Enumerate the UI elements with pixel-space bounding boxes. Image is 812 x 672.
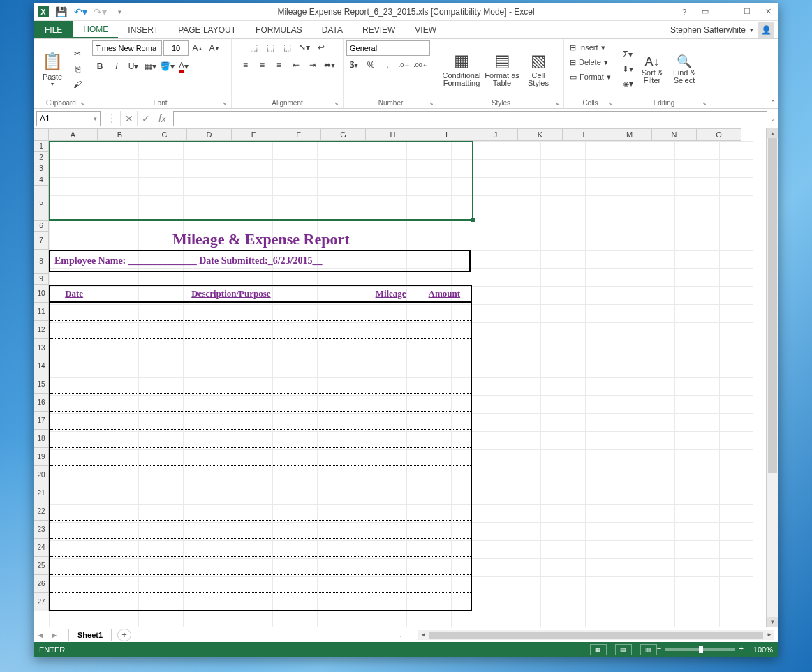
align-bottom-icon[interactable]: ⬚	[280, 40, 295, 54]
row-header[interactable]: 22	[34, 502, 49, 521]
italic-button[interactable]: I	[109, 59, 124, 73]
page-layout-tab[interactable]: PAGE LAYOUT	[168, 21, 246, 38]
col-header[interactable]: N	[652, 128, 697, 141]
zoom-thumb[interactable]	[699, 646, 703, 653]
page-break-view-icon[interactable]: ▥	[640, 644, 657, 655]
row-header[interactable]: 1	[34, 141, 49, 152]
row-header[interactable]: 4	[34, 174, 49, 186]
font-color-icon[interactable]: A▾	[176, 59, 191, 73]
accounting-format-icon[interactable]: $▾	[346, 58, 362, 72]
shrink-font-icon[interactable]: A▼	[207, 41, 222, 55]
col-header[interactable]: I	[420, 128, 473, 141]
font-name-input[interactable]	[92, 40, 162, 56]
col-header[interactable]: J	[473, 128, 518, 141]
font-size-input[interactable]	[163, 40, 189, 56]
insert-function-icon[interactable]: fx	[154, 111, 170, 126]
delete-cells-button[interactable]: ⊟Delete▾	[567, 55, 611, 69]
row-header[interactable]: 18	[34, 430, 49, 448]
col-header[interactable]: C	[142, 128, 187, 141]
select-all-corner[interactable]	[34, 128, 49, 141]
cell-styles-button[interactable]: ▧ Cell Styles	[522, 45, 554, 93]
home-tab[interactable]: HOME	[73, 21, 118, 38]
row-header[interactable]: 2	[34, 152, 49, 163]
col-header[interactable]: M	[607, 128, 652, 141]
horizontal-scrollbar[interactable]	[418, 630, 774, 640]
qat-customize-icon[interactable]: ▾	[112, 4, 127, 20]
row-header[interactable]: 12	[34, 321, 49, 339]
row-header[interactable]: 16	[34, 394, 49, 412]
row-header[interactable]: 26	[34, 575, 49, 593]
find-select-button[interactable]: 🔍 Find & Select	[669, 54, 700, 84]
vscroll-thumb[interactable]	[768, 138, 777, 473]
row-header[interactable]: 7	[34, 232, 49, 250]
conditional-formatting-button[interactable]: ▦ Conditional Formatting	[441, 45, 482, 93]
formula-input[interactable]	[173, 111, 767, 126]
orientation-icon[interactable]: ⤡▾	[297, 40, 312, 54]
format-painter-icon[interactable]: 🖌	[70, 77, 85, 91]
row-header[interactable]: 9	[34, 274, 49, 285]
col-header[interactable]: O	[697, 128, 741, 141]
sort-filter-button[interactable]: A↓ Sort & Filter	[637, 54, 667, 84]
col-header[interactable]: H	[366, 128, 420, 141]
sheet-nav-next-icon[interactable]: ►	[47, 631, 61, 639]
close-button[interactable]: ✕	[758, 3, 778, 20]
file-tab[interactable]: FILE	[34, 21, 73, 38]
row-header[interactable]: 21	[34, 484, 49, 502]
borders-icon[interactable]: ▦▾	[142, 59, 158, 73]
col-header[interactable]: L	[563, 128, 607, 141]
col-header[interactable]: F	[276, 128, 321, 141]
increase-decimal-icon[interactable]: .0→	[397, 58, 412, 72]
align-middle-icon[interactable]: ⬚	[263, 40, 279, 54]
clear-icon[interactable]: ◈▾	[620, 77, 635, 91]
row-header[interactable]: 23	[34, 521, 49, 539]
align-right-icon[interactable]: ≡	[272, 58, 287, 72]
add-sheet-button[interactable]: +	[117, 629, 131, 641]
decrease-decimal-icon[interactable]: .00←	[413, 58, 429, 72]
collapse-ribbon-icon[interactable]: ⌃	[770, 99, 776, 107]
insert-tab[interactable]: INSERT	[118, 21, 168, 38]
paste-button[interactable]: 📋 Paste ▾	[36, 45, 68, 93]
help-icon[interactable]: ?	[674, 3, 695, 20]
row-header[interactable]: 6	[34, 221, 49, 232]
review-tab[interactable]: REVIEW	[353, 21, 405, 38]
increase-indent-icon[interactable]: ⇥	[305, 58, 320, 72]
cells-area[interactable]: Mileage & Expense Report Employee Name: …	[49, 141, 753, 627]
row-header[interactable]: 24	[34, 539, 49, 557]
expand-formula-bar-icon[interactable]: ⌄	[770, 115, 776, 122]
normal-view-icon[interactable]: ▦	[590, 644, 607, 655]
cancel-formula-icon[interactable]: ✕	[120, 111, 137, 126]
row-header[interactable]: 25	[34, 557, 49, 575]
fill-icon[interactable]: ⬇▾	[620, 62, 635, 76]
col-header[interactable]: A	[49, 128, 98, 141]
zoom-level[interactable]: 100%	[753, 645, 773, 654]
col-header[interactable]: G	[321, 128, 366, 141]
hscroll-thumb[interactable]	[429, 632, 763, 639]
insert-cells-button[interactable]: ⊞Insert▾	[567, 40, 608, 54]
user-name[interactable]: Stephen Satterwhite	[670, 25, 746, 35]
save-icon[interactable]: 💾	[53, 4, 68, 20]
zoom-slider[interactable]	[665, 648, 735, 651]
user-avatar-icon[interactable]: 👤	[758, 22, 774, 38]
name-box[interactable]: A1▾	[36, 111, 101, 126]
row-header[interactable]: 8	[34, 250, 49, 274]
row-header[interactable]: 10	[34, 285, 49, 303]
bold-button[interactable]: B	[92, 59, 108, 73]
col-header[interactable]: D	[187, 128, 232, 141]
scroll-up-icon[interactable]: ▲	[767, 128, 778, 138]
wrap-text-icon[interactable]: ↩	[313, 40, 329, 54]
vertical-scrollbar[interactable]: ▲ ▼	[766, 128, 778, 627]
enter-formula-icon[interactable]: ✓	[137, 111, 154, 126]
align-left-icon[interactable]: ≡	[238, 58, 253, 72]
align-center-icon[interactable]: ≡	[255, 58, 270, 72]
view-tab[interactable]: VIEW	[405, 21, 446, 38]
format-cells-button[interactable]: ▭Format▾	[567, 70, 614, 84]
format-as-table-button[interactable]: ▤ Format as Table	[483, 45, 521, 93]
row-header[interactable]: 14	[34, 357, 49, 375]
sheet-nav-prev-icon[interactable]: ◄	[34, 631, 47, 639]
grow-font-icon[interactable]: A▲	[190, 41, 205, 55]
row-header[interactable]: 27	[34, 593, 49, 611]
cut-icon[interactable]: ✂	[70, 47, 85, 61]
merge-center-icon[interactable]: ⬌▾	[322, 58, 337, 72]
fill-color-icon[interactable]: 🪣▾	[159, 59, 175, 73]
undo-icon[interactable]: ↶▾	[73, 4, 88, 20]
